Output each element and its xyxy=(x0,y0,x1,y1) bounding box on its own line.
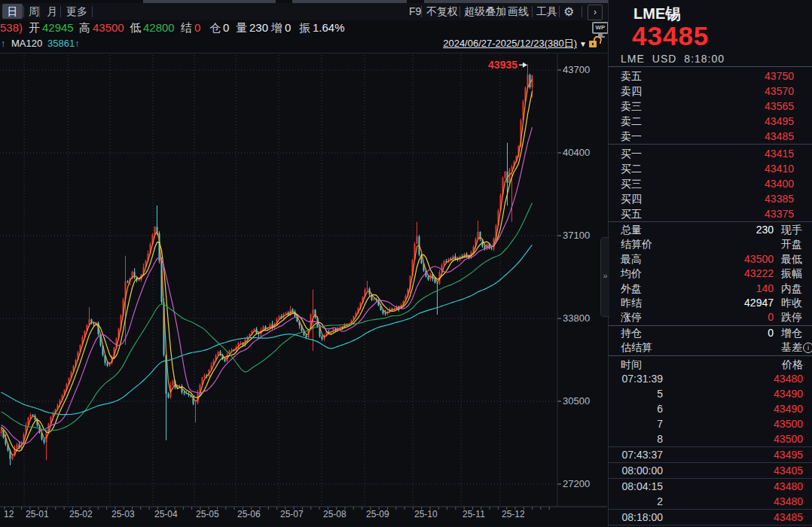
currency: USD xyxy=(652,53,677,65)
quote-field-label: 振 xyxy=(299,21,310,34)
stats-value: 0 xyxy=(768,326,774,340)
tab-更多[interactable]: 更多 xyxy=(64,4,90,19)
tape-row: 243480 xyxy=(609,494,812,510)
ask-row[interactable]: 卖一43485 xyxy=(609,129,812,144)
tape-time-header: 时间 xyxy=(621,358,642,371)
stats-label: 外盘 xyxy=(621,282,642,296)
x-axis-label: 25-12 xyxy=(502,509,525,519)
chevron-down-icon[interactable]: ▼ xyxy=(579,37,587,52)
ma-arrow-prefix: ↑ xyxy=(1,36,6,51)
quote-field-value: 43500 xyxy=(93,21,124,34)
bid-row[interactable]: 买二43410 xyxy=(609,161,812,176)
divider xyxy=(532,6,533,17)
tape-row: 08:00:0043405 xyxy=(609,463,812,479)
stats-right-label: 开盘 xyxy=(781,237,812,251)
date-range-selector[interactable]: 2024/06/27-2025/12/23(380日) ▼ xyxy=(443,36,577,51)
quote-field-label: 量 xyxy=(236,21,247,34)
menu-item-工具[interactable]: 工具 xyxy=(536,5,557,19)
candles-layer xyxy=(1,64,533,465)
chart-svg[interactable]: 4370040400371003380030500272001225-0125-… xyxy=(0,53,607,527)
bid-row[interactable]: 买四43385 xyxy=(609,191,812,206)
stats-label: 总量 xyxy=(621,223,642,237)
tape-price: 43405 xyxy=(774,463,803,478)
stats-right-label: 昨收 xyxy=(781,296,812,310)
ask-row[interactable]: 卖四43570 xyxy=(609,84,812,99)
menu-item-F9[interactable]: F9 xyxy=(409,5,421,19)
y-axis-label: 40400 xyxy=(563,147,590,158)
stats-label: 估结算 xyxy=(621,340,652,355)
toolbar-expand-button[interactable]: › xyxy=(588,5,603,20)
tape-row: 08:04:1543480 xyxy=(609,479,812,494)
high-annotation: 43935 xyxy=(488,59,517,71)
stats-right-label: 基差 xyxy=(781,341,802,353)
stats-table: 总量230现手结算价开盘最高43500最低均价43222振幅外盘140内盘昨结4… xyxy=(609,223,812,356)
menu-item-超级叠加[interactable]: 超级叠加 xyxy=(464,5,506,19)
bid-row-label: 买五 xyxy=(621,206,642,221)
ask-row-label: 卖五 xyxy=(621,69,642,84)
divider xyxy=(609,144,812,145)
time-price-tape: 07:31:394348054349064349074350084350007:… xyxy=(609,371,812,525)
stats-row: 均价43222振幅 xyxy=(609,267,812,281)
quote-field-量: 量230 xyxy=(236,20,268,35)
quote-field-增: 增0 xyxy=(271,20,291,35)
bid-row[interactable]: 买一43415 xyxy=(609,146,812,161)
stats-label: 均价 xyxy=(621,267,642,281)
ma5-line xyxy=(2,79,533,455)
bid-row-label: 买一 xyxy=(621,146,642,161)
tape-time: 6 xyxy=(621,401,663,416)
stats-right-label: 振幅 xyxy=(781,267,812,281)
quote-field-低: 低42800 xyxy=(130,20,175,35)
date-range-text[interactable]: 2024/06/27-2025/12/23(380日) xyxy=(443,38,577,49)
quote-field-label: 增 xyxy=(271,21,282,34)
unlock-icon[interactable] xyxy=(589,36,601,48)
divider xyxy=(559,6,560,17)
stats-row: 总量230现手 xyxy=(609,223,812,237)
ask-row-label: 卖四 xyxy=(621,84,642,99)
exchange-name: LME xyxy=(621,53,645,65)
ma120-value: 35861↑ xyxy=(47,36,80,51)
menu-item-不复权[interactable]: 不复权 xyxy=(426,5,458,19)
tape-row: 843500 xyxy=(609,431,812,447)
stats-row: 结算价开盘 xyxy=(609,237,812,251)
tab-日[interactable]: 日 xyxy=(2,4,23,19)
tape-price: 43500 xyxy=(774,431,803,446)
ask-row[interactable]: 卖三43565 xyxy=(609,99,812,114)
quote-field-label: 仓 xyxy=(209,21,221,34)
stats-value: 140 xyxy=(756,282,774,296)
x-axis-label: 25-11 xyxy=(462,509,485,519)
tab-月[interactable]: 月 xyxy=(43,4,61,19)
tape-time: 7 xyxy=(621,416,663,431)
quote-field-value: 1.64% xyxy=(313,21,345,34)
bid-row-label: 买四 xyxy=(621,191,642,206)
stats-row: 涨停0跌停 xyxy=(609,310,812,325)
tab-周[interactable]: 周 xyxy=(25,4,43,19)
ask-row[interactable]: 卖五43750 xyxy=(609,69,812,84)
y-axis-label: 43700 xyxy=(563,64,590,75)
ma20-line xyxy=(2,127,533,443)
ask-row-value: 43495 xyxy=(765,114,794,129)
ask-row[interactable]: 卖二43495 xyxy=(609,114,812,129)
candlestick-chart[interactable]: 4370040400371003380030500272001225-0125-… xyxy=(0,53,607,527)
divider xyxy=(503,6,504,17)
tape-time: 08:04:15 xyxy=(621,479,663,494)
quote-field-value: 0 xyxy=(285,21,291,34)
ma60-line xyxy=(2,203,533,431)
divider xyxy=(609,221,812,222)
bid-row[interactable]: 买五43375 xyxy=(609,206,812,221)
stats-label: 昨结 xyxy=(621,296,642,310)
stats-right-label: 跌停 xyxy=(781,310,812,324)
menu-item-画线[interactable]: 画线 xyxy=(508,5,529,19)
tape-row: 543490 xyxy=(609,386,812,401)
gear-icon[interactable]: ⚙ xyxy=(563,5,574,19)
tape-price: 43490 xyxy=(774,401,803,416)
wp-monitor-icon[interactable]: WP xyxy=(592,22,609,37)
quote-field-label: 开 xyxy=(29,21,40,34)
last-price: 43485 xyxy=(632,21,709,51)
bid-row[interactable]: 买三43400 xyxy=(609,176,812,191)
divider xyxy=(582,6,582,17)
ma120-label: MA120 xyxy=(11,36,42,51)
quote-field-高: 高43500 xyxy=(79,20,124,35)
quote-time: 8:18:00 xyxy=(684,53,725,65)
quote-field-value: 0 xyxy=(223,21,229,34)
tape-price: 43480 xyxy=(774,479,803,494)
